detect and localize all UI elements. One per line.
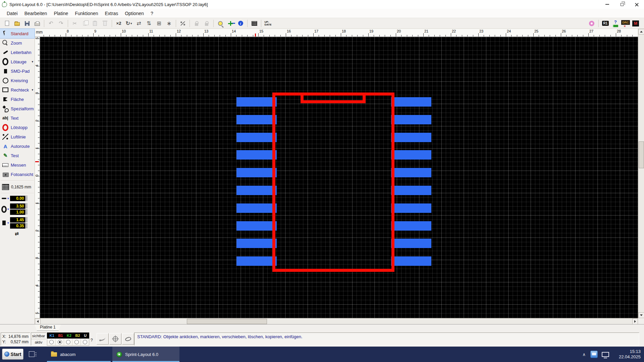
smd-pad[interactable]	[236, 133, 277, 142]
tool-standard[interactable]: Standard	[0, 29, 35, 38]
scroll-right-button[interactable]	[632, 318, 638, 324]
smd-pad[interactable]	[236, 168, 277, 177]
connections-button[interactable]	[178, 19, 188, 28]
spinner[interactable]	[25, 203, 28, 209]
taskbar-app-sprint-layout-6-0[interactable]: Sprint-Layout 6.0	[112, 347, 179, 362]
spinner[interactable]	[25, 209, 28, 215]
tool-flache[interactable]: Fläche	[0, 95, 35, 104]
tool-leiterbahn[interactable]: Leiterbahn	[0, 48, 35, 57]
scroll-down-button[interactable]	[638, 312, 644, 318]
smd-pad[interactable]	[236, 256, 277, 266]
duplicate-button[interactable]: ×2	[114, 19, 124, 28]
spinner[interactable]	[25, 196, 28, 201]
snap-center-button[interactable]	[164, 19, 174, 28]
menu-bearbeiten[interactable]: Bearbeiten	[21, 9, 51, 17]
close-button[interactable]	[629, 0, 644, 9]
menu-optionen[interactable]: Optionen	[121, 9, 147, 17]
chevron-down-icon[interactable]: ▾	[32, 60, 33, 63]
tool-messen[interactable]: Messen	[0, 160, 35, 170]
smd-pad[interactable]	[236, 203, 277, 213]
scroll-left-button[interactable]	[35, 318, 41, 324]
smd-pad[interactable]	[391, 221, 431, 231]
pad-outer-field[interactable]: 3.50	[10, 203, 28, 209]
smd-pad[interactable]	[236, 239, 277, 248]
tool-luftlinie[interactable]: Luftlinie	[0, 132, 35, 141]
menu-help[interactable]: ?	[147, 9, 157, 17]
smd-pad[interactable]	[391, 186, 431, 195]
tool-kreisring[interactable]: Kreisring	[0, 76, 35, 85]
tray-chevron-up-icon[interactable]: ∧	[582, 352, 586, 357]
new-file-button[interactable]	[2, 19, 12, 28]
minimize-button[interactable]	[600, 0, 614, 9]
tool-text[interactable]: ab|Text	[0, 113, 35, 123]
vertical-scroll-thumb[interactable]	[639, 141, 644, 168]
pick-point-button[interactable]	[225, 19, 235, 28]
smd-pad[interactable]	[236, 115, 277, 124]
freeform-button[interactable]	[122, 333, 134, 345]
smd-pad[interactable]	[391, 150, 431, 160]
taskbar-app-abacom[interactable]: abacom	[47, 347, 111, 362]
chevron-down-icon[interactable]: ▾	[7, 207, 9, 211]
smd-pad[interactable]	[391, 256, 431, 266]
mirror-horizontal-button[interactable]	[134, 19, 144, 28]
smd-pad[interactable]	[391, 115, 431, 124]
rotate-button[interactable]: ▾	[124, 19, 134, 28]
layer-radio-u[interactable]	[83, 340, 87, 344]
spinner[interactable]	[25, 217, 28, 223]
tool-autoroute[interactable]: AAutoroute	[0, 141, 35, 151]
layer-help-link[interactable]: ?	[91, 338, 93, 343]
menu-funktionen[interactable]: Funktionen	[71, 9, 101, 17]
smd-height-field[interactable]: 0.35	[10, 223, 28, 229]
tool-lotauge[interactable]: Lötauge▾	[0, 57, 35, 66]
menu-extras[interactable]: Extras	[102, 9, 122, 17]
smd-pad[interactable]	[391, 133, 431, 142]
layer-chip-k1[interactable]: K1	[50, 334, 54, 338]
tool-smd-pad[interactable]: SMD-Pad	[0, 66, 35, 76]
open-file-button[interactable]	[12, 19, 22, 28]
rubout-r1-button[interactable]: R1	[600, 19, 610, 28]
horizontal-scroll-thumb[interactable]	[187, 319, 267, 324]
component-outline[interactable]	[272, 93, 394, 272]
update-button[interactable]: UP- DATE	[263, 19, 273, 28]
scroll-up-button[interactable]	[638, 29, 644, 35]
zoom-overview-button[interactable]	[215, 19, 225, 28]
drc-button[interactable]: DRC	[621, 19, 631, 28]
restore-button[interactable]	[614, 0, 629, 9]
component-pin1-notch[interactable]	[301, 93, 366, 103]
task-view-button[interactable]	[29, 351, 35, 357]
layer-radio-b2[interactable]	[74, 340, 79, 344]
smd-pad[interactable]	[391, 203, 431, 213]
layer-chip-u[interactable]: U	[84, 334, 87, 338]
pad-inner-field[interactable]: 1.00	[10, 209, 28, 215]
menu-datei[interactable]: Datei	[3, 9, 21, 17]
save-file-button[interactable]	[22, 19, 32, 28]
smd-pad[interactable]	[391, 97, 431, 107]
spinner[interactable]	[25, 223, 28, 229]
tool-spezialform[interactable]: Spezialform	[0, 104, 35, 113]
layer-chip-b1[interactable]: B1	[58, 334, 63, 338]
pcb-canvas[interactable]	[40, 37, 638, 318]
pad-crosshair-button[interactable]	[109, 333, 121, 345]
smd-pad[interactable]	[236, 186, 277, 195]
chevron-down-icon[interactable]: ▾	[32, 88, 33, 92]
tray-app-icon[interactable]	[590, 351, 598, 358]
tool-test[interactable]: Test	[0, 151, 35, 160]
smd-pad[interactable]	[391, 239, 431, 248]
start-button[interactable]: Start	[2, 349, 23, 360]
swap-values-icon[interactable]: ⇄	[15, 231, 19, 236]
print-button[interactable]	[32, 19, 42, 28]
drc-help-button[interactable]: ?	[610, 19, 621, 28]
mirror-vertical-button[interactable]	[144, 19, 154, 28]
chevron-down-icon[interactable]: ▾	[7, 221, 9, 225]
tool-fotoansicht[interactable]: Fotoansicht	[0, 170, 35, 179]
align-grid-button[interactable]	[154, 19, 164, 28]
layer-radio-k1[interactable]	[49, 340, 54, 344]
board-tab[interactable]: Platine 1	[35, 324, 61, 331]
macro-library-button[interactable]: M	[631, 19, 641, 28]
grid-setting-button[interactable]: 0,1625 mm	[0, 182, 35, 192]
footprint-raster-button[interactable]	[249, 19, 259, 28]
clock[interactable]: 15:13 22.04.2025	[614, 349, 641, 360]
menu-platine[interactable]: Platine	[50, 9, 71, 17]
smd-pad[interactable]	[236, 97, 277, 107]
tool-zoom[interactable]: Zoom	[0, 38, 35, 48]
